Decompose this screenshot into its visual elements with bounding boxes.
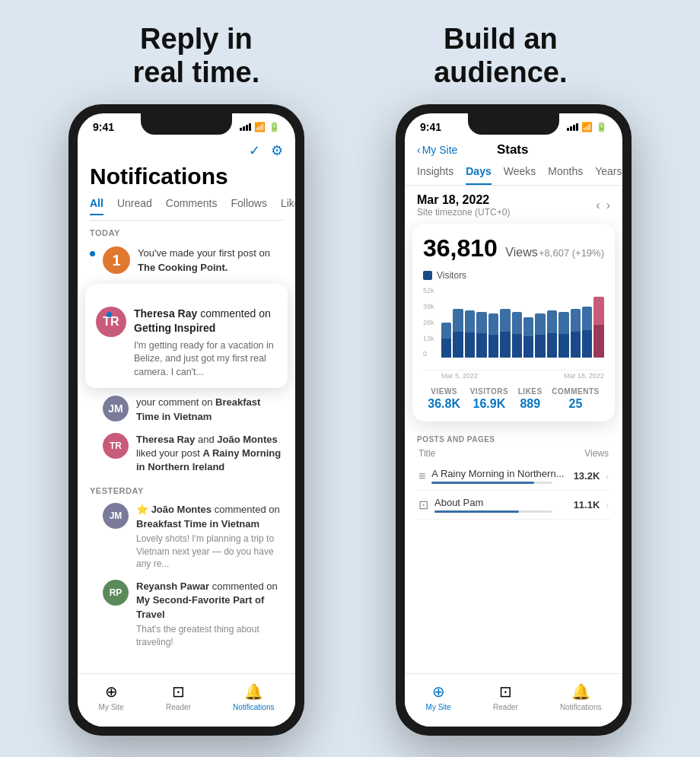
notif-content-1: You've made your first post on The Cooki… (138, 247, 283, 274)
post-title-2: About Pam (434, 497, 568, 513)
notif-item-first[interactable]: 1 You've made your first post on The Coo… (78, 240, 295, 280)
reader-icon: ⊡ (172, 682, 185, 701)
metric-likes-value: 889 (518, 397, 542, 411)
nav-mysite[interactable]: ⊕ My Site (99, 682, 124, 711)
tab-unread[interactable]: Unread (117, 197, 152, 215)
post-row-2[interactable]: ⊡ About Pam 11.1K › (417, 491, 610, 520)
back-label: My Site (422, 144, 458, 156)
stats-date-sub: Site timezone (UTC+0) (417, 207, 510, 218)
notif-item-3[interactable]: JM your comment on Breakfast Time in Vie… (78, 391, 295, 428)
posts-col-views: Views (584, 448, 609, 459)
views-left: 36,810 Views (423, 234, 538, 262)
bar-inner-0 (441, 339, 451, 358)
notif-avatar-6: RP (103, 580, 129, 606)
tab-all[interactable]: All (90, 197, 103, 215)
stats-date-main: Mar 18, 2022 (417, 193, 510, 207)
battery-icon: 🔋 (269, 122, 280, 132)
bar-group-2 (465, 287, 475, 358)
check-icon[interactable]: ✓ (249, 142, 260, 159)
right-nav-mysite[interactable]: ⊕ My Site (426, 682, 451, 711)
bar-group-11 (571, 287, 581, 358)
bar-visitors-3 (476, 312, 486, 358)
post-row-1[interactable]: ≡ A Rainy Morning in Northern... 13.2K › (417, 462, 610, 491)
bar-group-7 (523, 287, 533, 358)
notif-text-3: your comment on Breakfast Time in Vietna… (136, 396, 283, 423)
right-nav-mysite-label: My Site (426, 703, 451, 711)
battery-icon-r: 🔋 (596, 122, 607, 132)
bar-inner-6 (512, 334, 522, 358)
signal-icon (240, 123, 251, 131)
bar-inner-7 (523, 336, 533, 358)
stats-date: Mar 18, 2022 Site timezone (UTC+0) (417, 193, 510, 218)
metric-visitors-label: VISITORS (470, 387, 509, 396)
views-count: 36,810 (423, 234, 498, 262)
wifi-icon: 📶 (254, 122, 266, 132)
tab-likes[interactable]: Likes (281, 197, 295, 215)
tab-weeks[interactable]: Weeks (504, 165, 536, 185)
views-label: Views (505, 246, 537, 259)
nav-reader[interactable]: ⊡ Reader (166, 682, 191, 711)
notifications-icon-r: 🔔 (571, 682, 590, 701)
right-status-time: 9:41 (420, 121, 441, 133)
tab-months[interactable]: Months (548, 165, 583, 185)
right-nav-reader[interactable]: ⊡ Reader (493, 682, 518, 711)
bar-visitors-1 (453, 309, 463, 358)
metric-visitors: VISITORS 16.9K (470, 387, 509, 411)
bar-group-1 (453, 287, 463, 358)
posts-col-title: Title (418, 448, 435, 459)
bar-inner-8 (535, 335, 545, 358)
right-notch (468, 113, 559, 135)
wifi-icon-r: 📶 (581, 122, 593, 132)
headlines: Reply in real time. Build an audience. (0, 0, 700, 104)
notif-expanded-card[interactable]: TR Theresa Ray commented on Getting Insp… (85, 284, 288, 389)
mysite-icon-r: ⊕ (432, 682, 445, 701)
signal-icon-r (567, 123, 578, 131)
tab-insights[interactable]: Insights (417, 165, 453, 185)
stats-header: ‹ My Site Stats (405, 136, 622, 157)
notif-content-3: your comment on Breakfast Time in Vietna… (136, 396, 283, 423)
notif-item-5[interactable]: JM ⭐ João Montes commented on Breakfast … (78, 498, 295, 575)
notif-item-6[interactable]: RP Reyansh Pawar commented on My Second-… (78, 575, 295, 653)
bar-inner-11 (571, 332, 581, 358)
bar-inner-2 (465, 332, 475, 358)
gear-icon[interactable]: ⚙ (271, 142, 283, 159)
metric-likes: LIKES 889 (518, 387, 542, 411)
left-status-icons: 📶 🔋 (240, 122, 280, 132)
notif-item-4[interactable]: TR Theresa Ray and João Montes liked you… (78, 428, 295, 479)
stats-metrics: VIEWS 36.8K VISITORS 16.9K LIKES 889 C (423, 380, 604, 411)
prev-date-button[interactable]: ‹ (596, 199, 600, 212)
notif-content-5: ⭐ João Montes commented on Breakfast Tim… (136, 503, 283, 571)
posts-table-header: Title Views (417, 448, 610, 459)
bar-group-0 (441, 287, 451, 358)
section-yesterday: YESTERDAY (78, 479, 295, 498)
left-notch (141, 113, 232, 135)
expanded-unread-dot (107, 312, 112, 317)
stats-card: 36,810 Views +8,607 (+19%) Visitors 52k (412, 224, 615, 421)
bar-inner-4 (488, 335, 498, 358)
right-bottom-nav: ⊕ My Site ⊡ Reader 🔔 Notifications (405, 673, 622, 727)
bar-inner-13 (593, 325, 603, 358)
next-date-button[interactable]: › (606, 199, 610, 212)
tab-days[interactable]: Days (466, 165, 491, 185)
bar-inner-1 (453, 332, 463, 358)
nav-notifications[interactable]: 🔔 Notifications (233, 682, 274, 711)
bar-group-10 (558, 287, 568, 358)
tab-comments[interactable]: Comments (166, 197, 218, 215)
expanded-title: Theresa Ray commented on Getting Inspire… (134, 307, 277, 336)
tab-years[interactable]: Years (595, 165, 622, 185)
tab-follows[interactable]: Follows (231, 197, 267, 215)
bar-group-4 (488, 287, 498, 358)
right-nav-notifications[interactable]: 🔔 Notifications (560, 682, 601, 711)
legend-dot (423, 271, 432, 280)
expanded-preview: I'm getting ready for a vacation in Beli… (134, 339, 277, 380)
metric-likes-label: LIKES (518, 387, 542, 396)
visitors-legend: Visitors (423, 270, 604, 281)
nav-mysite-label: My Site (99, 703, 124, 711)
metric-views-value: 36.8K (428, 397, 460, 411)
back-button[interactable]: ‹ My Site (417, 144, 457, 156)
notif-tabs: All Unread Comments Follows Likes (90, 197, 283, 221)
right-headline: Build an audience. (434, 23, 567, 89)
metric-views: VIEWS 36.8K (428, 387, 460, 411)
bar-visitors-7 (523, 317, 533, 358)
metric-views-label: VIEWS (428, 387, 460, 396)
